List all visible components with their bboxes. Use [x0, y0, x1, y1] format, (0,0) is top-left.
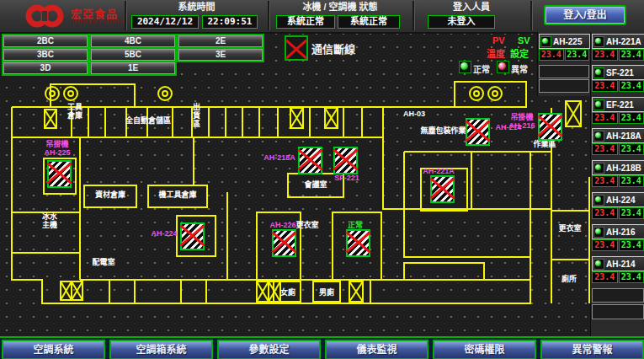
stair-marker — [349, 281, 363, 302]
room-label: 女廁 — [278, 288, 298, 297]
device-tag: AH-218A — [261, 153, 298, 162]
device-tag: SF-221 — [330, 174, 364, 182]
device-tag: AH-221A — [419, 167, 458, 175]
room-label: AH-03 — [399, 110, 429, 118]
stair-marker — [45, 110, 56, 128]
device-marker-ah-216[interactable] — [538, 113, 562, 141]
room-label: 出貨區 — [192, 103, 200, 128]
room-label: 作業區 — [530, 140, 559, 148]
stair-marker — [290, 108, 303, 128]
device-marker-ah-218a[interactable] — [298, 147, 322, 174]
room-label: 男廁 — [317, 288, 337, 297]
room-label: 機工具倉庫 — [152, 190, 204, 199]
device-marker-ah-226[interactable] — [272, 229, 296, 257]
device-marker-ah-214[interactable] — [466, 118, 490, 146]
device-tag: AH-226 — [266, 221, 300, 229]
device-tag: 吊掛機AH-216 — [507, 113, 537, 130]
device-tag: 正常 — [340, 221, 370, 229]
room-label: 冰水主機 — [40, 212, 59, 229]
floor-plan — [0, 0, 644, 359]
device-tag: AH-224 — [148, 229, 180, 238]
stair-marker — [72, 281, 82, 300]
device-marker-ah-221a[interactable] — [430, 175, 455, 203]
stair-marker — [325, 108, 338, 128]
room-label: 廁所 — [557, 275, 581, 283]
room-label: 會議室 — [300, 180, 332, 189]
stair-marker — [257, 281, 269, 302]
device-marker-sf-221[interactable] — [333, 147, 358, 174]
device-marker-ah-225[interactable] — [47, 160, 72, 188]
stair-marker — [566, 101, 581, 126]
device-marker-unnamed[interactable] — [346, 229, 370, 257]
stair-marker — [61, 281, 72, 300]
room-label: 工具倉庫 — [66, 103, 84, 120]
device-marker-ah-224[interactable] — [180, 222, 205, 250]
device-tag: 吊掛機AH-225 — [30, 140, 84, 157]
room-label: 資材倉庫 — [89, 190, 131, 199]
room-label: 更衣室 — [554, 224, 586, 233]
room-label: 全自動倉儲區 — [125, 116, 172, 125]
room-label: 配電室 — [88, 258, 120, 266]
